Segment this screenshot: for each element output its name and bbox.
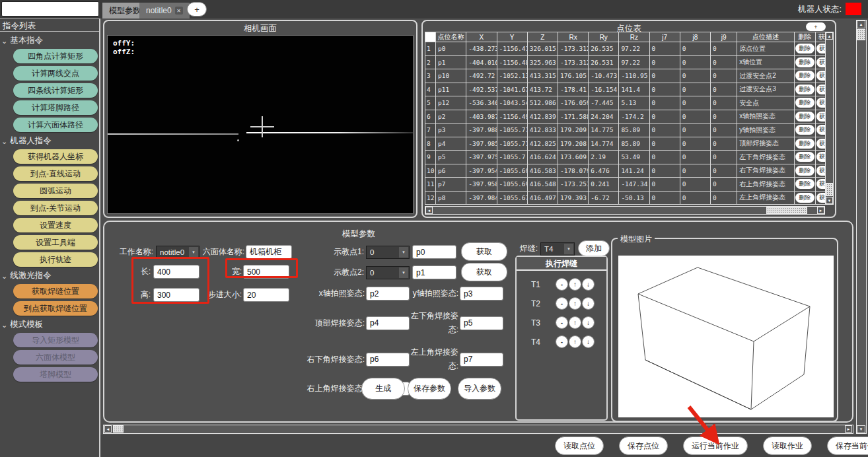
pose-input[interactable]: [366, 353, 410, 367]
table-row[interactable]: 11 p7 -397.958 -1055.69 416.548 -173.251…: [425, 178, 826, 192]
scrollbar-thumb[interactable]: [766, 207, 807, 214]
weld-move-down-button[interactable]: ↓: [582, 278, 595, 291]
get-point-button[interactable]: 获取: [816, 179, 825, 189]
command-button[interactable]: 到点获取焊缝位置: [13, 301, 98, 316]
weld-remove-button[interactable]: -: [556, 316, 568, 329]
get-point-button[interactable]: 获取: [816, 44, 825, 53]
pose-input[interactable]: [366, 287, 410, 300]
command-button[interactable]: 到点-直线运动: [13, 166, 98, 181]
get-point-button[interactable]: 获取: [816, 71, 825, 81]
scroll-left-icon[interactable]: ◄: [104, 425, 112, 433]
command-button[interactable]: 计算塔脚路径: [13, 100, 98, 115]
weld-remove-button[interactable]: -: [556, 278, 568, 291]
command-button[interactable]: 设置速度: [13, 218, 98, 232]
height-input[interactable]: [153, 288, 199, 302]
command-button[interactable]: 获得机器人坐标: [13, 149, 98, 164]
scrollbar-thumb[interactable]: [826, 183, 833, 196]
pose-input[interactable]: [366, 316, 410, 330]
add-weld-button[interactable]: 添加: [578, 240, 610, 256]
table-row[interactable]: 12 p8 -397.984 -1055.67 416.497 179.393 …: [425, 191, 826, 205]
dropdown-icon[interactable]: ▼: [399, 267, 408, 278]
dropdown-icon[interactable]: ▼: [564, 244, 573, 254]
pose-input[interactable]: [460, 287, 503, 300]
length-input[interactable]: [153, 265, 199, 279]
weld-move-up-button[interactable]: ↑: [569, 297, 581, 310]
scroll-down-icon[interactable]: ▼: [826, 197, 833, 204]
delete-point-button[interactable]: 删除: [795, 112, 814, 122]
command-search-input[interactable]: [1, 1, 99, 17]
command-button[interactable]: 计算两线交点: [13, 66, 98, 81]
dropdown-icon[interactable]: ▼: [399, 247, 408, 258]
command-button[interactable]: 设置工具端: [13, 235, 98, 250]
job-action-button[interactable]: 保存当前作业: [827, 437, 868, 455]
delete-point-button[interactable]: 删除: [795, 152, 814, 162]
command-button[interactable]: 四角点计算矩形: [13, 49, 98, 63]
teach-point1-select[interactable]: 0 ▼: [366, 246, 410, 259]
table-row[interactable]: 8 p4 -397.985 -1055.71 412.825 179.208 1…: [425, 137, 826, 151]
weld-move-up-button[interactable]: ↑: [569, 335, 581, 348]
job-action-button[interactable]: 读取作业: [763, 437, 812, 455]
get-point-button[interactable]: 获取: [816, 193, 825, 203]
group-robot-commands[interactable]: ⌄ 机器人指令: [1, 135, 99, 147]
weld-move-down-button[interactable]: ↓: [582, 316, 595, 329]
delete-point-button[interactable]: 删除: [795, 57, 814, 67]
close-icon[interactable]: ✕: [175, 7, 183, 15]
delete-point-button[interactable]: 删除: [795, 125, 814, 135]
scrollbar-thumb[interactable]: [113, 425, 124, 433]
get-point-button[interactable]: 获取: [816, 166, 825, 176]
delete-point-button[interactable]: 删除: [795, 193, 814, 203]
scroll-right-icon[interactable]: ►: [817, 207, 824, 214]
width-input[interactable]: [243, 265, 289, 279]
delete-point-button[interactable]: 删除: [795, 166, 814, 176]
command-button[interactable]: 执行轨迹: [13, 252, 98, 267]
delete-point-button[interactable]: 删除: [795, 179, 814, 189]
table-row[interactable]: 4 p11 -492.537 -1041.67 413.72 -178.41 -…: [425, 83, 826, 96]
get-point-button[interactable]: 获取: [816, 125, 825, 135]
job-action-button[interactable]: 保存点位: [619, 437, 668, 455]
teach-point1-input[interactable]: [412, 245, 456, 259]
pose-input[interactable]: [460, 353, 503, 367]
scroll-down-icon[interactable]: ▼: [857, 425, 865, 433]
table-row[interactable]: 9 p5 -397.975 -1055.7 416.624 173.609 2.…: [425, 151, 826, 164]
scroll-right-icon[interactable]: ►: [845, 425, 852, 433]
command-button[interactable]: 塔脚模型: [13, 367, 98, 382]
weld-remove-button[interactable]: -: [556, 297, 568, 310]
weld-move-down-button[interactable]: ↓: [582, 335, 595, 348]
command-button[interactable]: 圆弧运动: [13, 184, 98, 198]
teach-point2-select[interactable]: 0 ▼: [366, 266, 410, 279]
table-vscrollbar[interactable]: ▲ ▼: [825, 32, 834, 205]
group-laser-commands[interactable]: ⌄ 线激光指令: [1, 270, 99, 281]
scrollbar-thumb[interactable]: [857, 29, 865, 40]
scroll-left-icon[interactable]: ◄: [425, 207, 433, 214]
get-point-button[interactable]: 获取: [816, 57, 825, 67]
tab-notitle0[interactable]: notitle0 ✕: [139, 3, 190, 18]
table-hscrollbar[interactable]: ◄ ►: [425, 206, 825, 215]
page-vscrollbar[interactable]: ▲ ▼: [856, 20, 867, 434]
table-row[interactable]: 10 p6 -397.954 -1055.69 416.583 -178.079…: [425, 164, 826, 178]
get-point-button[interactable]: 获取: [816, 152, 825, 162]
get-point-button[interactable]: 获取: [816, 85, 825, 94]
group-basic-commands[interactable]: ⌄ 基本指令: [1, 35, 99, 46]
table-row[interactable]: 6 p2 -403.987 -1156.49 412.839 -171.588 …: [425, 110, 826, 123]
delete-point-button[interactable]: 删除: [795, 139, 814, 149]
weld-move-up-button[interactable]: ↑: [569, 316, 581, 329]
command-button[interactable]: 四条线计算矩形: [13, 83, 98, 98]
get-point-button[interactable]: 获取: [816, 112, 825, 122]
teach-point2-input[interactable]: [412, 265, 456, 279]
scroll-up-icon[interactable]: ▲: [826, 32, 833, 40]
job-action-button[interactable]: 读取点位: [555, 437, 604, 455]
table-row[interactable]: 5 p12 -536.346 -1043.54 512.986 -176.059…: [425, 96, 826, 110]
get-point-button[interactable]: 获取: [816, 98, 825, 108]
group-model-templates[interactable]: ⌄ 模式模板: [1, 319, 99, 330]
command-button[interactable]: 导入矩形模型: [13, 333, 98, 347]
delete-point-button[interactable]: 删除: [795, 44, 814, 53]
weld-remove-button[interactable]: -: [556, 335, 568, 348]
weld-seam-select[interactable]: T4 ▼: [540, 242, 575, 256]
step-size-input[interactable]: [243, 288, 289, 302]
weld-move-up-button[interactable]: ↑: [569, 278, 581, 291]
delete-point-button[interactable]: 删除: [795, 85, 814, 94]
pose-input[interactable]: [460, 316, 503, 330]
camera-view[interactable]: offY: offZ:: [107, 35, 414, 214]
command-button[interactable]: 六面体模型: [13, 350, 98, 365]
scroll-up-icon[interactable]: ▲: [857, 20, 865, 28]
